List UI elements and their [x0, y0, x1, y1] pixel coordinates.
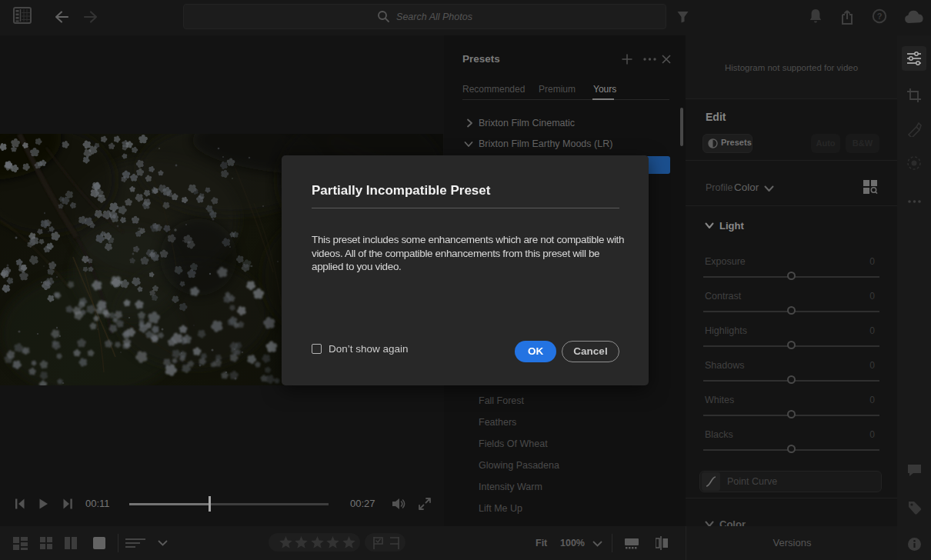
svg-text:?: ? — [877, 12, 883, 21]
